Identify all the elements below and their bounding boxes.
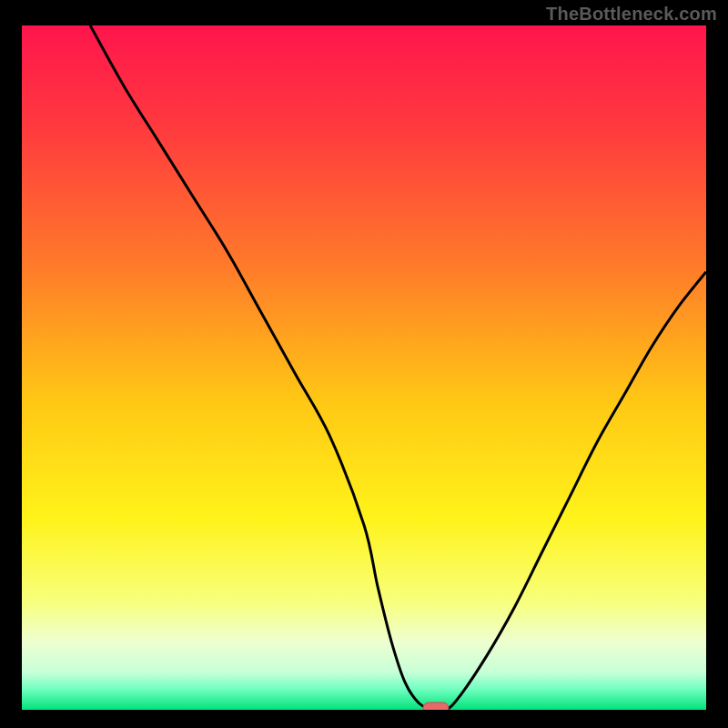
gradient-background xyxy=(22,25,706,710)
optimal-marker xyxy=(423,703,449,710)
watermark-text: TheBottleneck.com xyxy=(546,4,717,25)
chart-frame: TheBottleneck.com xyxy=(0,0,728,728)
plot-area xyxy=(22,25,706,710)
bottleneck-chart xyxy=(22,25,706,710)
